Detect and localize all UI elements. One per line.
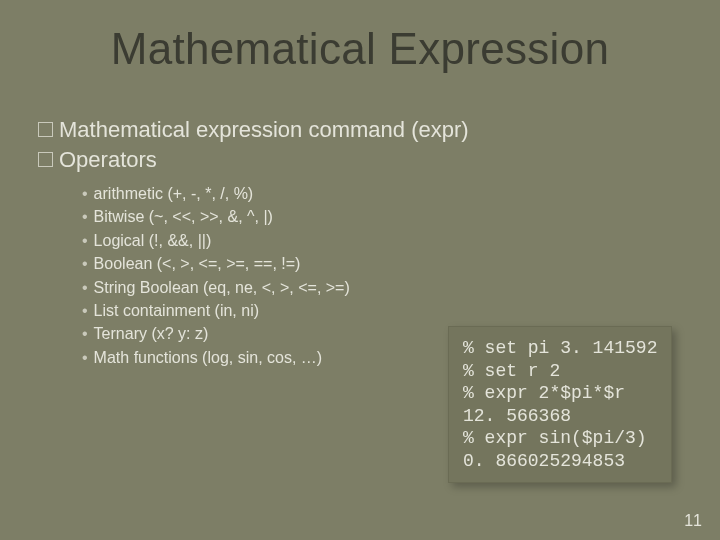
list-item: •arithmetic (+, -, *, /, %)	[82, 183, 690, 205]
sub-text: List containment (in, ni)	[94, 302, 259, 319]
code-line: % set r 2	[463, 361, 560, 381]
slide: Mathematical Expression Mathematical exp…	[0, 0, 720, 540]
sub-text: arithmetic (+, -, *, /, %)	[94, 185, 254, 202]
sub-text: Bitwise (~, <<, >>, &, ^, |)	[94, 208, 273, 225]
list-item: •List containment (in, ni)	[82, 300, 690, 322]
checkbox-icon	[38, 122, 53, 137]
bullet-expr-command: Mathematical expression command (expr)	[38, 116, 690, 144]
code-line: % set pi 3. 141592	[463, 338, 657, 358]
bullet-dot-icon: •	[82, 208, 88, 225]
checkbox-icon	[38, 152, 53, 167]
sub-text: Ternary (x? y: z)	[94, 325, 209, 342]
list-item: •Boolean (<, >, <=, >=, ==, !=)	[82, 253, 690, 275]
code-line: 0. 866025294853	[463, 451, 625, 471]
bullet-dot-icon: •	[82, 302, 88, 319]
slide-title: Mathematical Expression	[0, 24, 720, 74]
code-line: % expr 2*$pi*$r	[463, 383, 625, 403]
code-line: 12. 566368	[463, 406, 571, 426]
sub-text: Logical (!, &&, ||)	[94, 232, 212, 249]
bullet-dot-icon: •	[82, 232, 88, 249]
list-item: •String Boolean (eq, ne, <, >, <=, >=)	[82, 277, 690, 299]
bullet-dot-icon: •	[82, 255, 88, 272]
code-example-box: % set pi 3. 141592 % set r 2 % expr 2*$p…	[448, 326, 672, 483]
page-number: 11	[684, 512, 702, 530]
sub-text: Boolean (<, >, <=, >=, ==, !=)	[94, 255, 301, 272]
sub-text: Math functions (log, sin, cos, …)	[94, 349, 323, 366]
code-line: % expr sin($pi/3)	[463, 428, 647, 448]
bullet-dot-icon: •	[82, 325, 88, 342]
list-item: •Bitwise (~, <<, >>, &, ^, |)	[82, 206, 690, 228]
bullet-dot-icon: •	[82, 185, 88, 202]
bullet-dot-icon: •	[82, 279, 88, 296]
bullet-dot-icon: •	[82, 349, 88, 366]
bullet-text: Operators	[59, 147, 157, 172]
list-item: •Logical (!, &&, ||)	[82, 230, 690, 252]
bullet-operators: Operators	[38, 146, 690, 174]
sub-text: String Boolean (eq, ne, <, >, <=, >=)	[94, 279, 350, 296]
bullet-text: Mathematical expression command (expr)	[59, 117, 469, 142]
